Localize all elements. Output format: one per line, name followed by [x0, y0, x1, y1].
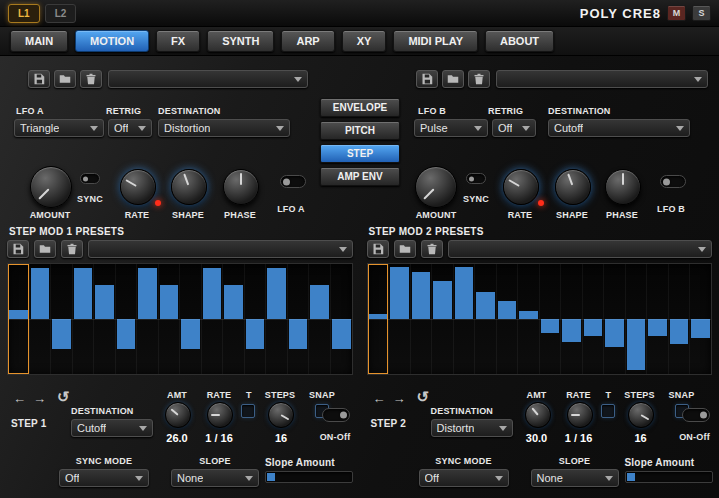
step-mod-2-slope-select[interactable]: None [531, 469, 619, 487]
step-mod-1-save-preset-button[interactable] [7, 240, 29, 258]
step-mod-2-triplet-checkbox[interactable] [601, 404, 615, 418]
lfo-a-phase-knob[interactable] [223, 169, 259, 205]
step-cell[interactable] [309, 264, 331, 374]
lfo-a-save-preset-button[interactable] [28, 70, 50, 88]
layer-tab-l1[interactable]: L1 [8, 4, 40, 23]
mode-button-amp-env[interactable]: AMP ENV [320, 167, 400, 186]
solo-button[interactable]: S [692, 5, 711, 21]
tab-about[interactable]: ABOUT [485, 30, 554, 52]
lfo-a-destination-select[interactable]: Distortion [158, 119, 290, 137]
lfo-a-open-preset-button[interactable] [54, 70, 76, 88]
step-cell[interactable] [475, 264, 497, 374]
step-mod-2-shift-right-button[interactable]: → [393, 392, 406, 405]
lfo-b-amount-knob[interactable] [415, 166, 457, 208]
tab-synth[interactable]: SYNTH [207, 30, 274, 52]
step-cell[interactable] [518, 264, 540, 374]
step-mod-1-steps-knob[interactable] [268, 402, 294, 428]
lfo-a-sync-toggle[interactable] [80, 173, 100, 184]
step-mod-1-shift-left-button[interactable]: ← [13, 392, 26, 405]
step-cell[interactable] [8, 264, 30, 374]
lfo-b-save-preset-button[interactable] [416, 70, 438, 88]
mode-button-pitch[interactable]: PITCH [320, 121, 400, 140]
step-mod-1-amt-knob[interactable] [165, 402, 191, 428]
step-mod-1-open-preset-button[interactable] [34, 240, 56, 258]
lfo-a-rate-knob[interactable] [120, 169, 156, 205]
tab-motion[interactable]: MOTION [75, 30, 149, 52]
step-mod-1-preset-select[interactable] [88, 240, 353, 258]
step-cell[interactable] [626, 264, 648, 374]
step-mod-1-on-off-toggle[interactable] [322, 408, 350, 422]
step-cell[interactable] [202, 264, 224, 374]
lfo-b-enable-toggle[interactable] [660, 175, 686, 188]
lfo-a-preset-select[interactable] [108, 70, 308, 88]
step-cell[interactable] [647, 264, 669, 374]
step-cell[interactable] [497, 264, 519, 374]
mode-button-envelope[interactable]: ENVELOPE [320, 98, 400, 117]
step-mod-1-delete-preset-button[interactable] [61, 240, 83, 258]
step-mod-2-amt-knob[interactable] [525, 402, 551, 428]
lfo-b-phase-knob[interactable] [605, 169, 641, 205]
step-mod-2-slope-amount-slider[interactable] [625, 471, 713, 483]
step-mod-2-shift-left-button[interactable]: ← [373, 392, 386, 405]
step-cell[interactable] [245, 264, 267, 374]
step-mod-1-reset-button[interactable]: ↺ [57, 389, 70, 404]
step-cell[interactable] [561, 264, 583, 374]
step-mod-2-steps-knob[interactable] [628, 402, 654, 428]
step-cell[interactable] [690, 264, 711, 374]
step-mod-1-sync-mode-select[interactable]: Off [59, 469, 149, 487]
lfo-a-enable-toggle[interactable] [280, 175, 306, 188]
step-cell[interactable] [180, 264, 202, 374]
lfo-b-preset-select[interactable] [496, 70, 708, 88]
step-cell[interactable] [669, 264, 691, 374]
lfo-b-wave-select[interactable]: Pulse [414, 119, 488, 137]
step-mod-2-save-preset-button[interactable] [367, 240, 389, 258]
tab-arp[interactable]: ARP [281, 30, 334, 52]
lfo-b-sync-toggle[interactable] [466, 173, 486, 184]
lfo-a-shape-knob[interactable] [171, 169, 207, 205]
step-mod-1-destination-select[interactable]: Cutoff [71, 419, 153, 437]
step-cell[interactable] [73, 264, 95, 374]
step-mod-2-delete-preset-button[interactable] [421, 240, 443, 258]
step-mod-1-slope-amount-slider[interactable] [265, 471, 353, 483]
step-cell[interactable] [411, 264, 433, 374]
mode-button-step[interactable]: STEP [320, 144, 400, 163]
step-mod-2-reset-button[interactable]: ↺ [417, 389, 430, 404]
step-mod-2-preset-select[interactable] [448, 240, 713, 258]
step-mod-1-rate-knob[interactable] [207, 402, 233, 428]
step-cell[interactable] [116, 264, 138, 374]
step-cell[interactable] [454, 264, 476, 374]
lfo-b-retrig-select[interactable]: Off [492, 119, 536, 137]
tab-midi-play[interactable]: MIDI PLAY [393, 30, 478, 52]
step-cell[interactable] [368, 264, 390, 374]
lfo-b-rate-knob[interactable] [503, 169, 539, 205]
step-mod-1-triplet-checkbox[interactable] [241, 404, 255, 418]
step-mod-2-rate-knob[interactable] [567, 402, 593, 428]
lfo-a-amount-knob[interactable] [30, 166, 72, 208]
step-mod-1-slope-select[interactable]: None [171, 469, 259, 487]
tab-xy[interactable]: XY [342, 30, 387, 52]
step-cell[interactable] [30, 264, 52, 374]
mute-button[interactable]: M [667, 5, 686, 21]
lfo-a-retrig-select[interactable]: Off [108, 119, 152, 137]
step-cell[interactable] [51, 264, 73, 374]
tab-main[interactable]: MAIN [10, 30, 68, 52]
step-mod-2-on-off-toggle[interactable] [682, 408, 710, 422]
step-cell[interactable] [137, 264, 159, 374]
step-mod-1-shift-right-button[interactable]: → [33, 392, 46, 405]
step-mod-2-sync-mode-select[interactable]: Off [419, 469, 509, 487]
step-cell[interactable] [583, 264, 605, 374]
lfo-b-delete-preset-button[interactable] [468, 70, 490, 88]
step-cell[interactable] [159, 264, 181, 374]
step-cell[interactable] [432, 264, 454, 374]
lfo-b-open-preset-button[interactable] [442, 70, 464, 88]
lfo-a-delete-preset-button[interactable] [80, 70, 102, 88]
lfo-b-destination-select[interactable]: Cutoff [548, 119, 690, 137]
step-cell[interactable] [223, 264, 245, 374]
step-mod-2-open-preset-button[interactable] [394, 240, 416, 258]
step-cell[interactable] [604, 264, 626, 374]
tab-fx[interactable]: FX [156, 30, 200, 52]
lfo-a-wave-select[interactable]: Triangle [14, 119, 104, 137]
layer-tab-l2[interactable]: L2 [45, 4, 77, 23]
step-cell[interactable] [331, 264, 352, 374]
lfo-b-shape-knob[interactable] [555, 169, 591, 205]
